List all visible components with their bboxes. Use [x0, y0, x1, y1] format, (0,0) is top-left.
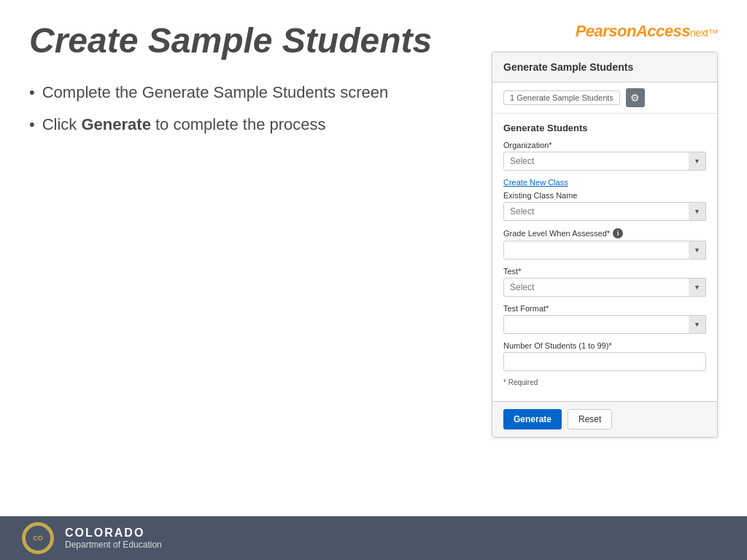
grade-level-group: Grade Level When Assessed* i ▼ — [503, 228, 706, 260]
gear-button[interactable]: ⚙ — [626, 88, 645, 107]
form-card-subheader: 1 Generate Sample Students ⚙ — [492, 82, 717, 114]
grade-level-label: Grade Level When Assessed* — [503, 229, 610, 238]
existing-class-select[interactable]: Select — [503, 202, 706, 221]
footer-bar: CO COLORADO Department of Education — [0, 516, 747, 560]
test-select-wrapper: Select ▼ — [503, 278, 706, 297]
bullet-list: Complete the Generate Sample Students sc… — [29, 82, 470, 136]
footer-logo: CO — [22, 522, 54, 554]
page-title: Create Sample Students — [29, 22, 470, 61]
organization-select[interactable]: Select — [503, 152, 706, 171]
organization-select-wrapper: Select ▼ — [503, 152, 706, 171]
grade-level-label-row: Grade Level When Assessed* i — [503, 228, 706, 238]
existing-class-group: Existing Class Name Select ▼ — [503, 191, 706, 221]
test-group: Test* Select ▼ — [503, 267, 706, 297]
existing-class-label: Existing Class Name — [503, 191, 706, 200]
reset-button[interactable]: Reset — [568, 409, 612, 429]
num-students-label: Number Of Students (1 to 99)* — [503, 341, 706, 350]
form-section-title: Generate Students — [503, 122, 706, 133]
test-format-select[interactable] — [503, 315, 706, 334]
test-format-label: Test Format* — [503, 304, 706, 313]
grade-level-select-wrapper: ▼ — [503, 241, 706, 260]
form-card-title: Generate Sample Students — [492, 52, 717, 82]
organization-label: Organization* — [503, 141, 706, 149]
test-label: Test* — [503, 267, 706, 276]
footer-state: COLORADO — [65, 526, 162, 540]
test-format-select-wrapper: ▼ — [503, 315, 706, 334]
footer-text: COLORADO Department of Education — [65, 526, 162, 550]
test-format-group: Test Format* ▼ — [503, 304, 706, 334]
organization-group: Organization* Select ▼ — [503, 141, 706, 171]
generate-button[interactable]: Generate — [503, 409, 562, 429]
bullet-item-2: Click Generate to complete the process — [29, 114, 470, 136]
footer-logo-inner: CO — [23, 524, 53, 553]
pearson-logo: PearsonAccessnext™ — [576, 22, 718, 41]
step-badge: 1 Generate Sample Students — [503, 90, 620, 105]
footer-dept: Department of Education — [65, 540, 162, 550]
num-students-group: Number Of Students (1 to 99)* — [503, 341, 706, 371]
grade-level-select[interactable] — [503, 241, 706, 260]
create-new-class-link[interactable]: Create New Class — [503, 178, 706, 187]
required-note: * Required — [503, 378, 706, 386]
form-card-footer: Generate Reset — [492, 401, 717, 437]
existing-class-select-wrapper: Select ▼ — [503, 202, 706, 221]
info-icon[interactable]: i — [613, 228, 623, 238]
bullet-item-1: Complete the Generate Sample Students sc… — [29, 82, 470, 104]
form-card: Generate Sample Students 1 Generate Samp… — [492, 52, 718, 438]
test-select[interactable]: Select — [503, 278, 706, 297]
num-students-input[interactable] — [503, 352, 706, 371]
